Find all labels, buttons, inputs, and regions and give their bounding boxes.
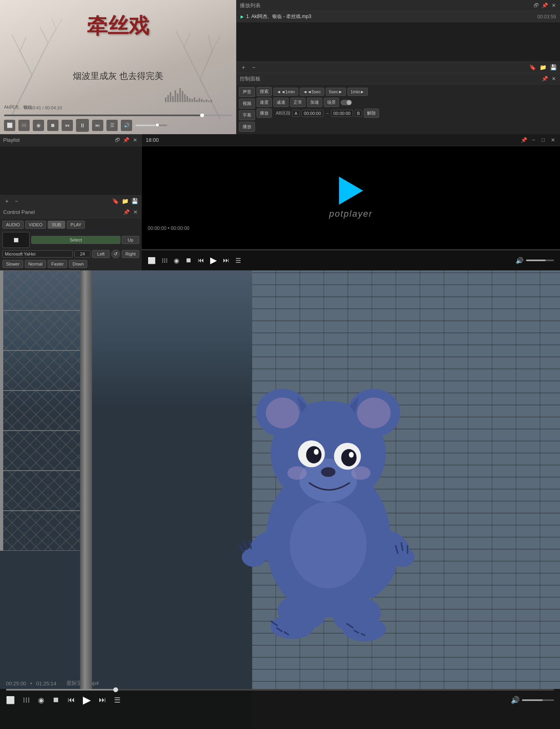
rcp-ab-time2[interactable]: 00:00:00 xyxy=(331,110,353,117)
rcp-pin-btn[interactable]: 📌 xyxy=(542,76,548,82)
rcp-skip-back-1min[interactable]: ◄◄1min xyxy=(273,88,298,96)
rcp-skip-fwd-5sec[interactable]: 5sec► xyxy=(326,88,346,96)
pot-prev-btn[interactable]: ⏮ xyxy=(198,257,204,264)
rcp-speed-normal[interactable]: 正常 xyxy=(290,98,305,107)
playlist-bookmark-btn[interactable]: 🔖 xyxy=(529,64,536,71)
volume-slider[interactable] xyxy=(135,125,167,126)
bp-screen-btn[interactable]: ⬜ xyxy=(6,696,15,705)
bp-progress-track[interactable] xyxy=(6,689,554,691)
pot-screen-btn[interactable]: ⬜ xyxy=(148,257,156,264)
rcp-search-btn[interactable]: 搜索 xyxy=(257,87,272,96)
cp-close-btn[interactable]: ✕ xyxy=(132,209,138,215)
cp-left-btn[interactable]: Left xyxy=(92,250,110,258)
play-pause-btn[interactable]: ⏸ xyxy=(76,119,89,132)
svg-point-37 xyxy=(306,446,321,463)
pot-close-btn[interactable]: ✕ xyxy=(550,137,556,143)
stop-btn[interactable]: ⏹ xyxy=(47,120,58,131)
playlist-remove-btn[interactable]: − xyxy=(250,64,257,71)
pl-bookmark-btn[interactable]: 🔖 xyxy=(112,197,119,205)
rcp-tab-sub[interactable]: 字幕 xyxy=(239,110,255,120)
cp-refresh-btn[interactable]: ↺ xyxy=(111,250,120,258)
cp-normal-btn[interactable]: Normal xyxy=(25,260,46,268)
rcp-main: 搜索 ◄◄1min ◄◄5sec 5sec► 1min► 速度 减速 正常 加速… xyxy=(257,87,558,132)
pot-next-btn[interactable]: ⏭ xyxy=(223,257,229,264)
pot-black-area[interactable]: potplayer 00:00:00 • 00:00:00 xyxy=(142,146,560,249)
pot-vol-bar[interactable] xyxy=(526,260,554,261)
pot-eq-btn[interactable]: ⁞⁞⁞ xyxy=(162,257,168,264)
bp-eq-btn[interactable]: ⁞⁞⁞ xyxy=(23,696,30,705)
cp-pin-btn[interactable]: 📌 xyxy=(123,209,130,215)
pl-pin-btn[interactable]: 📌 xyxy=(123,137,129,143)
rcp-tab-video[interactable]: 视频 xyxy=(239,99,255,109)
playlist-btn[interactable]: ☰ xyxy=(106,120,118,131)
cp-faster-btn[interactable]: Faster xyxy=(48,260,67,268)
playlist-save-btn[interactable]: 💾 xyxy=(550,64,557,71)
playlist-folder-btn[interactable]: 📁 xyxy=(539,64,546,71)
pot-playlist-btn[interactable]: ☰ xyxy=(235,257,241,264)
pot-max-btn[interactable]: □ xyxy=(540,137,546,143)
pot-play-btn[interactable]: ▶ xyxy=(210,255,217,266)
pot-vol-icon[interactable]: 🔊 xyxy=(516,257,524,264)
pl-save-btn[interactable]: 💾 xyxy=(131,197,138,205)
rcp-ab-time1[interactable]: 00:00:00 xyxy=(301,110,323,117)
cp-video-tab[interactable]: VIDEO xyxy=(25,221,46,229)
cp-play-tab[interactable]: PLAY xyxy=(67,221,85,229)
cp-select-btn[interactable]: Select xyxy=(31,236,120,244)
cp-window-controls: 📌 ✕ xyxy=(123,209,138,215)
bp-vol-bar[interactable] xyxy=(522,699,554,701)
pl-remove-btn[interactable]: − xyxy=(13,197,20,205)
cp-font-size[interactable]: 24 xyxy=(74,250,90,258)
bp-play-btn[interactable]: ▶ xyxy=(83,694,91,706)
music-progress-bar[interactable] xyxy=(4,115,232,116)
playlist-restore-btn[interactable]: 🗗 xyxy=(533,2,539,9)
playlist-add-btn[interactable]: + xyxy=(240,64,247,71)
cp-down-btn[interactable]: Down xyxy=(69,260,87,268)
rcp-tab-audio[interactable]: 声音 xyxy=(239,87,255,97)
rcp-scene-toggle[interactable] xyxy=(341,100,352,105)
cp-sub-tab[interactable]: SUB xyxy=(48,221,65,229)
rcp-speed-slow[interactable]: 减速 xyxy=(273,98,289,107)
cp-slower-btn[interactable]: Slower xyxy=(2,260,23,268)
bp-playlist-btn[interactable]: ☰ xyxy=(114,696,120,705)
pot-capture-btn[interactable]: ◉ xyxy=(174,257,179,264)
pl-restore-btn[interactable]: 🗗 xyxy=(114,137,120,143)
rcp-play-label: 播放 xyxy=(257,109,272,118)
cp-up-btn[interactable]: Up xyxy=(122,236,139,244)
playlist-item[interactable]: ▶ 1. Aki阿杰、银临 - 牵丝戏.mp3 00:03:59 xyxy=(237,11,560,22)
bp-prev-btn[interactable]: ⏮ xyxy=(68,696,75,704)
cp-right-btn[interactable]: Right xyxy=(122,250,139,258)
cp-tab-row: AUDIO VIDEO SUB PLAY xyxy=(2,221,139,229)
cp-font-name[interactable]: Microsoft YaHei xyxy=(2,250,73,258)
screen-btn[interactable]: ⬜ xyxy=(4,120,15,131)
pot-min-btn[interactable]: − xyxy=(530,137,537,143)
pot-stop-btn[interactable]: ⏹ xyxy=(185,257,192,264)
volume-icon-btn[interactable]: 🔊 xyxy=(121,120,132,131)
next-btn[interactable]: ⏭ xyxy=(92,120,103,131)
rcp-speed-fast[interactable]: 加速 xyxy=(307,98,322,107)
bp-next-btn[interactable]: ⏭ xyxy=(99,696,106,704)
cp-font-row: Microsoft YaHei 24 Left ↺ Right xyxy=(2,250,139,258)
bp-stop-btn[interactable]: ⏹ xyxy=(52,696,60,704)
left-column: Playlist 🗗 📌 ✕ + − 🔖 📁 💾 Control Panel xyxy=(0,134,142,270)
bp-capture-btn[interactable]: ◉ xyxy=(38,696,44,705)
pl-add-btn[interactable]: + xyxy=(3,197,10,205)
rcp-skip-back-5sec[interactable]: ◄◄5sec xyxy=(300,88,324,96)
rcp-close-btn[interactable]: ✕ xyxy=(550,76,557,82)
pot-pin-btn[interactable]: 📌 xyxy=(521,137,527,143)
bp-vol-icon[interactable]: 🔊 xyxy=(511,696,520,705)
rcp-skip-fwd-1min[interactable]: 1min► xyxy=(347,88,368,96)
playlist-pin-btn[interactable]: 📌 xyxy=(542,2,548,9)
music-player: 牵丝戏 烟波里成灰 也去得完美 xyxy=(0,0,236,134)
track-name: 1. Aki阿杰、银临 - 牵丝戏.mp3 xyxy=(246,13,537,20)
pl-close-btn[interactable]: ✕ xyxy=(132,137,138,143)
rcp-scene-label: 场景 xyxy=(324,98,339,107)
rcp-tab-play[interactable]: 播放 xyxy=(239,122,255,132)
rcp-ab-unlock[interactable]: 解除 xyxy=(364,109,379,118)
playlist-close-btn[interactable]: ✕ xyxy=(550,2,557,9)
capture-btn[interactable]: ◉ xyxy=(33,120,44,131)
cp-audio-tab[interactable]: AUDIO xyxy=(2,221,24,229)
pl-folder-btn[interactable]: 📁 xyxy=(121,197,128,205)
eq-btn[interactable]: ⁞⁞⁞ xyxy=(18,120,30,131)
prev-btn[interactable]: ⏮ xyxy=(62,120,73,131)
playlist-empty-area xyxy=(237,22,560,61)
